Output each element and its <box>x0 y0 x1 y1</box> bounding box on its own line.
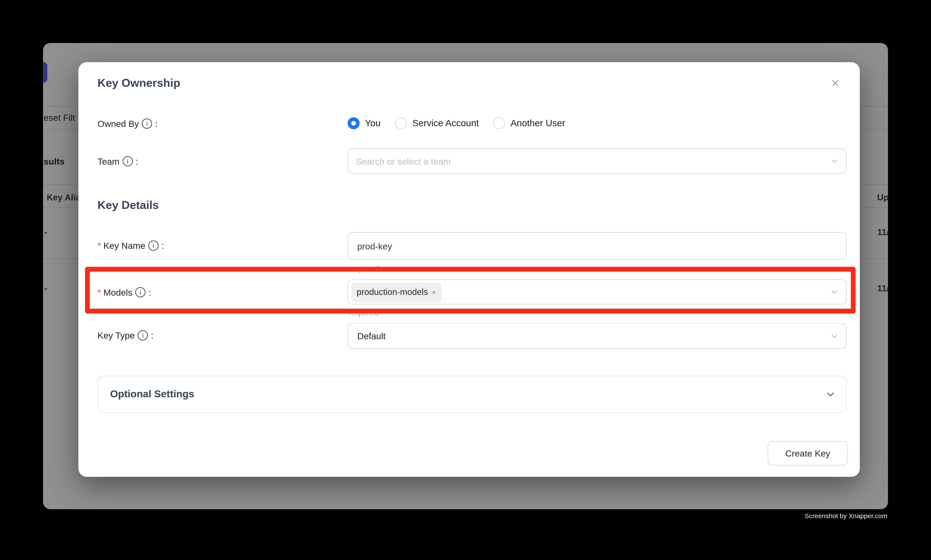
key-type-label-text: Key Type <box>98 330 135 340</box>
key-name-value: prod-key <box>348 241 392 251</box>
required-asterisk: * <box>98 239 101 252</box>
screenshot-canvas: eset Filt sults Key Alia Up - 11/ - 11/ … <box>0 0 931 560</box>
info-icon[interactable]: i <box>148 240 159 251</box>
chevron-down-icon <box>831 288 839 296</box>
team-label: Team i : <box>98 156 138 166</box>
models-required-hint: required <box>348 308 379 317</box>
label-colon: : <box>135 156 138 166</box>
team-label-text: Team <box>98 156 120 166</box>
radio-another-user[interactable]: Another User <box>493 117 565 129</box>
label-colon: : <box>162 240 164 251</box>
models-tag: production-models × <box>351 282 442 302</box>
chevron-down-icon <box>831 332 839 340</box>
key-name-required-hint: required <box>348 264 379 273</box>
label-colon: : <box>151 330 154 340</box>
create-key-modal: ✕ Key Ownership Owned By i : You Service… <box>78 62 860 477</box>
info-icon[interactable]: i <box>142 118 152 129</box>
radio-service-account[interactable]: Service Account <box>395 117 479 129</box>
label-colon: : <box>155 118 158 129</box>
chevron-down-icon <box>831 157 839 165</box>
radio-selected-icon[interactable] <box>348 117 360 129</box>
radio-you-label: You <box>365 118 381 129</box>
required-asterisk: * <box>98 286 101 298</box>
models-label-text: Models <box>103 287 132 297</box>
watermark-text: Screenshot by Xnapper.com <box>805 512 887 519</box>
key-name-input[interactable]: prod-key <box>348 232 847 260</box>
info-icon[interactable]: i <box>138 330 148 340</box>
close-icon[interactable]: ✕ <box>826 74 844 92</box>
info-icon[interactable]: i <box>135 287 146 297</box>
key-type-value: Default <box>348 331 385 341</box>
radio-unselected-icon[interactable] <box>493 117 505 129</box>
models-select[interactable]: production-models × <box>348 279 847 305</box>
owned-by-label-text: Owned By <box>98 118 139 129</box>
section-heading-key-ownership: Key Ownership <box>98 77 180 90</box>
models-tag-label: production-models <box>357 287 428 297</box>
owned-by-label: Owned By i : <box>98 118 158 129</box>
chevron-down-icon <box>826 389 836 399</box>
models-label: * Models i : <box>98 286 151 298</box>
radio-unselected-icon[interactable] <box>395 117 407 129</box>
radio-service-account-label: Service Account <box>412 118 479 129</box>
team-select-placeholder: Search or select a team <box>348 156 451 166</box>
section-heading-key-details: Key Details <box>98 198 159 212</box>
key-type-select[interactable]: Default <box>348 323 847 349</box>
key-type-label: Key Type i : <box>98 330 154 340</box>
radio-another-user-label: Another User <box>511 118 565 129</box>
label-colon: : <box>149 287 151 297</box>
optional-settings-panel[interactable]: Optional Settings <box>98 375 847 413</box>
owned-by-radio-group: You Service Account Another User <box>348 117 565 129</box>
create-key-button[interactable]: Create Key <box>768 441 848 465</box>
info-icon[interactable]: i <box>123 156 133 166</box>
optional-settings-title: Optional Settings <box>110 388 194 400</box>
key-name-label: * Key Name i : <box>98 239 164 252</box>
radio-you[interactable]: You <box>348 117 381 129</box>
remove-tag-icon[interactable]: × <box>432 288 436 296</box>
team-select[interactable]: Search or select a team <box>348 148 847 174</box>
key-name-label-text: Key Name <box>103 240 145 251</box>
